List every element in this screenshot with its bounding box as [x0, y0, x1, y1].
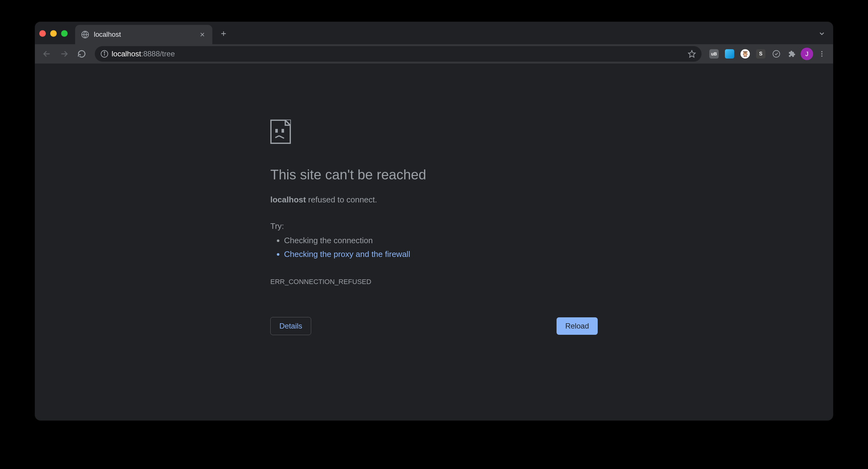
extension-3[interactable]: 🦉 — [738, 47, 752, 61]
url-host: localhost — [112, 49, 141, 58]
toolbar-right: uB 🦉 S J — [707, 47, 829, 61]
extension-4[interactable]: S — [754, 47, 768, 61]
back-button[interactable] — [39, 46, 54, 61]
svg-rect-21 — [275, 129, 278, 133]
minimize-window-button[interactable] — [50, 30, 57, 37]
error-page-icon — [270, 120, 598, 145]
new-tab-button[interactable] — [216, 26, 231, 41]
tab-bar-right — [814, 26, 829, 41]
svg-point-15 — [821, 56, 823, 57]
toolbar: localhost :8888/tree uB 🦉 S — [35, 44, 833, 64]
forward-button[interactable] — [57, 46, 72, 61]
extension-ublock[interactable]: uB — [707, 47, 721, 61]
url-text: localhost :8888/tree — [112, 49, 685, 58]
error-heading: This site can't be reached — [270, 167, 598, 182]
svg-point-13 — [821, 51, 823, 52]
tab-title: localhost — [94, 31, 194, 39]
reload-button[interactable] — [74, 46, 89, 61]
extensions-menu-button[interactable] — [785, 47, 799, 61]
check-circle-icon — [772, 50, 780, 58]
chrome-menu-button[interactable] — [815, 47, 829, 61]
window-controls — [39, 30, 68, 37]
browser-tab[interactable]: localhost — [75, 25, 212, 44]
error-subtext: localhost refused to connect. — [270, 195, 598, 205]
svg-rect-22 — [282, 129, 284, 133]
svg-point-12 — [773, 51, 780, 57]
reload-page-button[interactable]: Reload — [557, 317, 598, 335]
browser-window: localhost — [35, 22, 833, 421]
svg-line-23 — [275, 136, 279, 138]
extension-4-icon: S — [756, 49, 766, 59]
suggestions-list: Checking the connection Checking the pro… — [270, 234, 598, 261]
error-refused-text: refused to connect. — [306, 195, 377, 204]
profile-avatar[interactable]: J — [801, 48, 813, 60]
url-rest: :8888/tree — [141, 49, 175, 58]
address-bar[interactable]: localhost :8888/tree — [95, 46, 702, 62]
ublock-icon: uB — [709, 49, 719, 59]
tab-bar: localhost — [35, 22, 833, 44]
error-buttons: Details Reload — [270, 317, 598, 335]
bookmark-button[interactable] — [688, 50, 696, 58]
error-host: localhost — [270, 195, 306, 204]
error-code: ERR_CONNECTION_REFUSED — [270, 278, 598, 286]
extension-2[interactable] — [723, 47, 737, 61]
suggestion-item: Checking the connection — [284, 234, 598, 247]
extension-2-icon — [725, 49, 734, 59]
try-label: Try: — [270, 222, 598, 231]
extension-5[interactable] — [770, 47, 783, 61]
puzzle-icon — [788, 50, 796, 58]
svg-marker-11 — [688, 51, 695, 57]
tab-search-button[interactable] — [814, 26, 829, 41]
svg-line-24 — [279, 136, 284, 138]
site-info-icon[interactable] — [100, 50, 108, 58]
page-content: This site can't be reached localhost ref… — [35, 64, 833, 421]
close-tab-button[interactable] — [198, 30, 207, 39]
kebab-icon — [818, 50, 826, 58]
error-container: This site can't be reached localhost ref… — [270, 120, 598, 421]
svg-point-10 — [104, 52, 105, 53]
globe-icon — [81, 30, 90, 39]
details-button[interactable]: Details — [270, 317, 311, 335]
suggestion-link-proxy-firewall[interactable]: Checking the proxy and the firewall — [284, 247, 598, 261]
svg-point-14 — [821, 53, 823, 55]
maximize-window-button[interactable] — [61, 30, 68, 37]
extension-3-icon: 🦉 — [741, 49, 750, 59]
close-window-button[interactable] — [39, 30, 46, 37]
